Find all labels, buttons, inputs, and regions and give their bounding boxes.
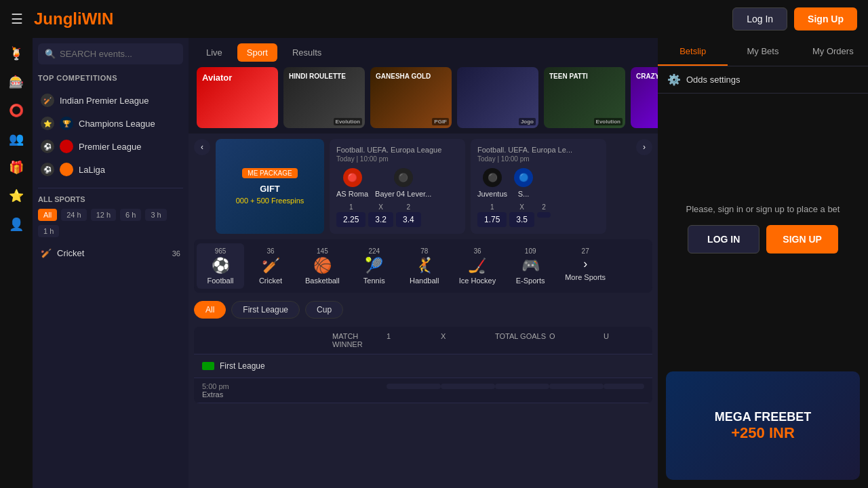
col-match-winner: MATCH WINNER [332,332,387,348]
sidebar-icon-live[interactable]: 👥 [9,131,24,146]
tab-live[interactable]: Live [197,43,232,62]
time-filter-3h[interactable]: 3 h [145,209,166,221]
time-filter-24h[interactable]: 24 h [61,209,86,221]
game-card-baccarat[interactable]: Jogo [457,67,538,128]
table-row: 5:00 pm Extras [194,378,652,403]
match-odd-2[interactable] [495,384,549,389]
all-sports-title: ALL SPORTS [38,195,183,203]
right-arrow[interactable]: › [636,139,652,155]
league-header: First League [194,354,652,378]
match2-odd2-btn[interactable] [537,212,551,218]
time-filter-all[interactable]: All [38,209,57,221]
game-card-roulette[interactable]: HINDI ROULETTE Evolution [283,67,365,128]
match2-team2-name: S... [518,190,530,198]
sport-ice-hockey[interactable]: 36 🏒 Ice Hockey [451,243,504,289]
ganesha-title: GANESHA GOLD [376,73,431,80]
esports-count: 109 [525,247,536,255]
betslip-tab-mybets[interactable]: My Bets [728,38,797,66]
sidebar-icon-star[interactable]: ⭐ [9,188,24,203]
promo-badge: ME PACKAGE [242,168,297,178]
more-sports-name: More Sports [565,273,606,281]
pill-cup[interactable]: Cup [305,301,343,319]
promo-title: GIFT [260,184,280,194]
sport-basketball[interactable]: 145 🏀 Basketball [297,243,348,289]
sports-icons-row: 965 ⚽ Football 36 🏏 Cricket 145 🏀 Basket… [194,239,652,293]
tab-sport[interactable]: Sport [237,43,277,62]
odds-settings[interactable]: ⚙️ Odds settings [658,66,868,94]
pill-all[interactable]: All [194,301,226,319]
right-panel: Betslip My Bets My Orders ⚙️ Odds settin… [658,38,868,488]
match-odd-o[interactable] [549,384,604,389]
competition-premier[interactable]: ⚽ Premier League [38,135,183,158]
competition-laliga[interactable]: ⚽ LaLiga [38,158,183,181]
tab-results[interactable]: Results [283,43,331,62]
time-filter-12h[interactable]: 12 h [91,209,116,221]
sidebar-icon-casino[interactable]: 🎰 [9,75,24,89]
betslip-signup-button[interactable]: SIGN UP [766,225,838,253]
game-card-crazytime[interactable]: CRAZY TIME Evolution Living [631,67,658,128]
game-card-aviator[interactable]: Aviator [197,67,278,128]
sport-football[interactable]: 965 ⚽ Football [197,243,244,289]
sidebar-icon-cocktail[interactable]: 🍹 [9,46,24,61]
time-filter-6h[interactable]: 6 h [120,209,141,221]
pill-first-league[interactable]: First League [231,301,300,319]
icehockey-count: 36 [473,247,481,255]
sidebar-icon-sport[interactable]: ⭕ [9,103,24,118]
game-card-ganesha[interactable]: GANESHA GOLD PGIF [370,67,452,128]
odds-settings-label: Odds settings [686,75,741,85]
logo-text: JungliWIN [34,9,113,28]
match1-odd-x-btn[interactable]: 3.2 [368,212,393,227]
football-icon: ⚽ [212,257,230,274]
left-arrow[interactable]: ‹ [194,139,210,155]
betslip-login-button[interactable]: LOG IN [688,225,760,253]
betslip-tab-myorders[interactable]: My Orders [798,38,868,66]
match-time-cell: 5:00 pm [202,382,332,390]
competition-ipl[interactable]: 🏏 Indian Premier League [38,89,183,112]
match1-odd1-btn[interactable]: 2.25 [336,212,366,227]
match-odd-1[interactable] [387,384,441,389]
search-box[interactable]: 🔍 [38,43,183,64]
search-input[interactable] [60,49,176,59]
competition-champions[interactable]: ⭐ 🏆 Champions League [38,112,183,135]
match1-odd1-label: 1 [349,203,353,211]
aviator-title: Aviator [202,73,232,83]
col-event [202,332,332,348]
match2-odd1-btn[interactable]: 1.75 [477,212,507,227]
game-card-teenpatti[interactable]: TEEN PATTI Evolution [544,67,625,128]
match1-league: Football. UEFA. Europa League [336,146,458,154]
col-x: X [441,332,495,348]
promo-banner[interactable]: ME PACKAGE GIFT 000 + 500 Freespins [216,139,324,234]
sport-tennis[interactable]: 224 🎾 Tennis [351,243,398,289]
sport-cricket[interactable]: 36 🏏 Cricket [247,243,294,289]
match1-team2-name: Bayer 04 Lever... [375,190,431,198]
topbar-actions: Log In Sign Up [732,7,857,30]
logo: JungliWIN [34,9,113,28]
time-filter-1h[interactable]: 1 h [38,225,59,237]
menu-icon[interactable]: ☰ [11,11,23,27]
right-promo-banner[interactable]: MEGA FREEBET +250 INR [666,371,860,480]
sport-more[interactable]: 27 › More Sports [557,243,614,289]
betslip-actions: LOG IN SIGN UP [688,225,838,253]
sport-esports[interactable]: 109 🎮 E-Sports [507,243,554,289]
champions-flag: 🏆 [60,117,73,130]
match1-team1-logo: 🔴 [343,168,362,187]
more-count: 27 [582,247,589,255]
sport-handball[interactable]: 78 🤾 Handball [401,243,448,289]
match-odd-u[interactable] [604,384,644,389]
esports-name: E-Sports [516,277,545,285]
laliga-flag [60,163,73,176]
sidebar-icon-user[interactable]: 👤 [9,217,24,232]
signup-button[interactable]: Sign Up [794,7,857,30]
sidebar-icons: 🍹 🎰 ⭕ 👥 🎁 ⭐ 👤 [0,38,33,488]
login-button[interactable]: Log In [732,7,787,30]
extras-button[interactable]: Extras [202,390,332,399]
match2-odd-x-btn[interactable]: 3.5 [509,212,534,227]
betslip-tab-betslip[interactable]: Betslip [658,38,728,66]
sidebar-icon-gift[interactable]: 🎁 [9,160,24,175]
match1-odd2-btn[interactable]: 3.4 [396,212,421,227]
cricket-count: 36 [172,249,180,258]
matches-table: MATCH WINNER 1 X TOTAL GOALS O U First L… [194,327,652,403]
match-odd-x[interactable] [441,384,495,389]
sport-item-cricket[interactable]: 🏏 Cricket 36 [38,244,183,262]
football-name: Football [207,277,233,285]
